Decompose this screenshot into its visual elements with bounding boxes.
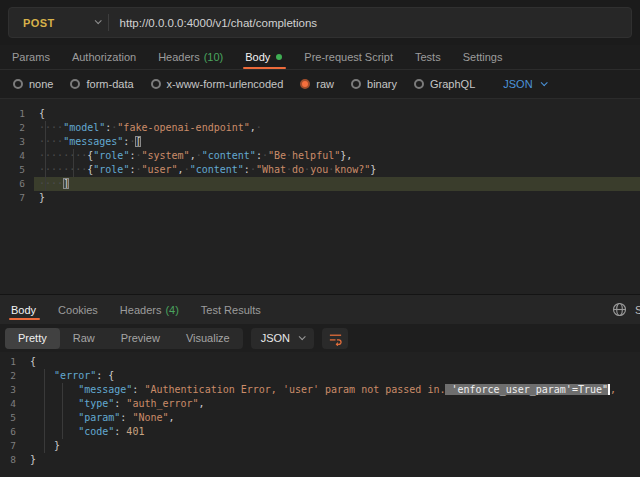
view-preview[interactable]: Preview [108,328,173,349]
code-line-6[interactable]: 6····] [0,177,640,191]
wrap-text-button[interactable] [322,328,348,349]
code-text: "param": "None", [24,411,640,425]
body-mode-label: binary [367,78,397,90]
code-line-2[interactable]: 2····"model":·"fake-openai-endpoint",· [0,121,640,135]
globe-icon[interactable] [612,302,627,317]
code-line-3[interactable]: 3 "message": "Authentication Error, 'use… [0,383,640,397]
tab-body[interactable]: Body [0,295,47,324]
line-number: 7 [0,191,34,205]
line-number: 6 [0,425,24,439]
line-number: 4 [0,397,24,411]
tab-test-results[interactable]: Test Results [190,295,272,324]
code-line-1[interactable]: 1{ [0,107,640,121]
code-text: ········{"role":·"user",·"content":·"Wha… [34,163,640,177]
view-visualize[interactable]: Visualize [173,328,243,349]
response-language-label: JSON [261,332,290,344]
indent-guide [44,369,45,453]
tab-label: Body [245,51,270,63]
view-switcher: PrettyRawPreviewVisualize [5,328,243,349]
indent-guide [73,149,74,177]
line-number: 3 [0,135,34,149]
code-text: } [24,453,640,467]
clipped-status-text: S [635,304,640,316]
body-mode-none[interactable]: none [13,78,53,90]
tab-tests[interactable]: Tests [404,45,452,69]
radio-icon [300,79,310,89]
line-number: 2 [0,121,34,135]
code-text: "message": "Authentication Error, 'user'… [24,383,640,397]
code-text: } [24,439,640,453]
chevron-down-icon [299,333,306,340]
code-line-7[interactable]: 7} [0,191,640,205]
request-code: 1{2····"model":·"fake-openai-endpoint",·… [0,107,640,205]
tab-cookies[interactable]: Cookies [47,295,109,324]
whitespace-dot: · [256,122,262,133]
view-pretty[interactable]: Pretty [5,328,60,349]
request-language-dropdown[interactable]: JSON [503,78,545,90]
tab-headers[interactable]: Headers(4) [109,295,190,324]
tab-label: Test Results [201,304,261,316]
body-mode-label: GraphQL [430,78,475,90]
code-text: } [34,191,640,205]
tab-label: Headers [120,304,162,316]
code-text: "code": 401 [24,425,640,439]
tab-label: Params [12,51,50,63]
tab-label: Authorization [72,51,136,63]
line-number: 6 [0,177,34,191]
response-header-right: S [612,295,640,324]
code-line-3[interactable]: 3····"messages":·[ [0,135,640,149]
radio-icon [151,79,161,89]
response-toolbar: PrettyRawPreviewVisualize JSON [0,324,640,352]
body-mode-x-www-form-urlencoded[interactable]: x-www-form-urlencoded [151,78,284,90]
url-input[interactable]: http://0.0.0.0:4000/v1/chat/completions [120,17,318,29]
divider [108,14,109,31]
body-mode-graphql[interactable]: GraphQL [414,78,475,90]
tab-headers[interactable]: Headers(10) [147,45,234,69]
tab-label: Tests [415,51,441,63]
tab-params[interactable]: Params [1,45,61,69]
code-line-4[interactable]: 4········{"role":·"system",·"content":·"… [0,149,640,163]
tab-pre-request-script[interactable]: Pre-request Script [293,45,404,69]
code-line-5[interactable]: 5 "param": "None", [0,411,640,425]
code-text: ····] [34,177,640,191]
code-line-6[interactable]: 6 "code": 401 [0,425,640,439]
code-line-7[interactable]: 7 } [0,439,640,453]
code-line-5[interactable]: 5········{"role":·"user",·"content":·"Wh… [0,163,640,177]
code-line-4[interactable]: 4 "type": "auth_error", [0,397,640,411]
line-number: 3 [0,383,24,397]
response-language-dropdown[interactable]: JSON [251,328,314,349]
request-body-editor[interactable]: 1{2····"model":·"fake-openai-endpoint",·… [0,98,640,294]
body-mode-label: form-data [86,78,133,90]
line-number: 8 [0,453,24,467]
code-text: ····"model":·"fake-openai-endpoint",· [34,121,640,135]
view-raw[interactable]: Raw [60,328,108,349]
tab-authorization[interactable]: Authorization [61,45,147,69]
chevron-down-icon[interactable] [94,17,101,24]
body-mode-form-data[interactable]: form-data [70,78,133,90]
radio-icon [70,79,80,89]
code-text: ········{"role":·"system",·"content":·"B… [34,149,640,163]
code-line-2[interactable]: 2 "error": { [0,369,640,383]
response-tabs: BodyCookiesHeaders(4)Test Results [0,295,272,324]
tab-label: Headers [158,51,200,63]
line-number: 4 [0,149,34,163]
code-line-8[interactable]: 8} [0,453,640,467]
indent-guide [62,383,63,439]
code-text: "type": "auth_error", [24,397,640,411]
tab-label: Cookies [58,304,98,316]
code-text: { [34,107,640,121]
response-code: 1{2 "error": {3 "message": "Authenticati… [0,355,640,467]
line-number: 1 [0,355,24,369]
tab-label: Pre-request Script [304,51,393,63]
tab-settings[interactable]: Settings [452,45,514,69]
tab-count: (4) [165,304,178,316]
body-mode-raw[interactable]: raw [300,78,334,90]
response-body-editor[interactable]: 1{2 "error": {3 "message": "Authenticati… [0,352,640,477]
method-label: POST [23,17,55,29]
code-line-1[interactable]: 1{ [0,355,640,369]
body-mode-binary[interactable]: binary [351,78,397,90]
method-selector[interactable]: POST [9,17,67,29]
tab-body[interactable]: Body [234,45,293,69]
line-number: 1 [0,107,34,121]
body-mode-row: noneform-datax-www-form-urlencodedrawbin… [0,70,640,98]
